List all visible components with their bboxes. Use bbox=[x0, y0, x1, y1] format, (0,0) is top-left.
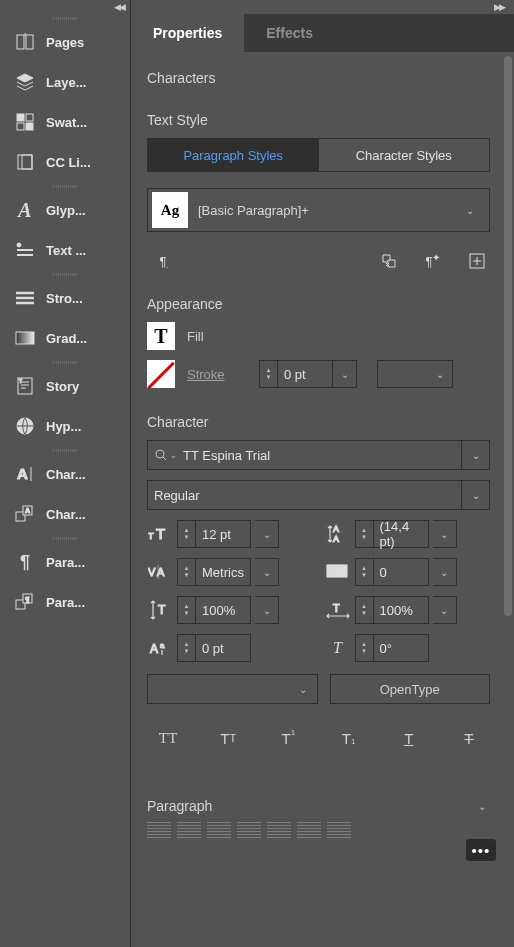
sidebar-item-hyperlinks[interactable]: Hyp... bbox=[0, 406, 130, 446]
leading-stepper[interactable]: ▲▼(14,4 pt) bbox=[355, 520, 429, 548]
leading-icon: AA bbox=[325, 524, 351, 544]
sidebar-item-story[interactable]: TStory bbox=[0, 366, 130, 406]
stroke-label[interactable]: Stroke bbox=[187, 367, 247, 382]
font-family-combo[interactable]: ⌄ TT Espina Trial ⌄ bbox=[147, 440, 490, 470]
sidebar-item-label: Stro... bbox=[46, 291, 83, 306]
font-size-stepper[interactable]: ▲▼12 pt bbox=[177, 520, 251, 548]
story-icon: T bbox=[14, 375, 36, 397]
char-icon: A bbox=[14, 463, 36, 485]
opentype-button[interactable]: OpenType bbox=[330, 674, 491, 704]
kerning-stepper[interactable]: ▲▼Metrics bbox=[177, 558, 251, 586]
sidebar-item-label: Story bbox=[46, 379, 79, 394]
sidebar-item-label: Glyp... bbox=[46, 203, 86, 218]
sidebar-item-pages[interactable]: Pages bbox=[0, 22, 130, 62]
style-dropdown-caret[interactable]: ⌄ bbox=[455, 205, 485, 216]
tab-properties[interactable]: Properties bbox=[131, 14, 244, 52]
clear-override-icon[interactable]: ¶✦ bbox=[422, 250, 444, 272]
sidebar-item-gradient[interactable]: Grad... bbox=[0, 318, 130, 358]
kerning-icon: VA bbox=[147, 562, 173, 582]
svg-text:VA: VA bbox=[329, 566, 342, 577]
svg-rect-2 bbox=[17, 114, 24, 121]
leading-dropdown[interactable]: ⌄ bbox=[433, 520, 457, 548]
superscript-button[interactable]: T1 bbox=[271, 726, 305, 750]
sidebar-item-label: Grad... bbox=[46, 331, 87, 346]
character-styles-tab[interactable]: Character Styles bbox=[319, 139, 490, 171]
svg-text:¶: ¶ bbox=[25, 595, 30, 604]
pilcrow-icon[interactable]: ¶. bbox=[153, 250, 175, 272]
gradient-icon bbox=[14, 327, 36, 349]
svg-text:T: T bbox=[156, 525, 165, 542]
language-combo[interactable]: ⌄ bbox=[147, 674, 318, 704]
appearance-heading: Appearance bbox=[147, 296, 490, 312]
baseline-shift-stepper[interactable]: ▲▼0 pt bbox=[177, 634, 251, 662]
sidebar-item-label: Hyp... bbox=[46, 419, 81, 434]
font-size-dropdown[interactable]: ⌄ bbox=[255, 520, 279, 548]
more-options-button[interactable]: ••• bbox=[466, 839, 496, 861]
font-style-dropdown[interactable]: ⌄ bbox=[461, 481, 489, 509]
scrollbar-thumb[interactable] bbox=[504, 56, 512, 616]
svg-rect-9 bbox=[16, 332, 34, 344]
swatches-icon bbox=[14, 111, 36, 133]
panel-tabs: Properties Effects bbox=[131, 14, 514, 52]
glyphs-icon: A bbox=[14, 199, 36, 221]
sidebar-item-char[interactable]: AChar... bbox=[0, 454, 130, 494]
fill-swatch[interactable]: T bbox=[147, 322, 175, 350]
stroke-weight-value[interactable]: 0 pt bbox=[278, 367, 332, 382]
tracking-dropdown[interactable]: ⌄ bbox=[433, 558, 457, 586]
new-style-icon[interactable] bbox=[466, 250, 488, 272]
hscale-icon: T bbox=[325, 600, 351, 620]
strikethrough-button[interactable]: T bbox=[452, 726, 486, 750]
sidebar-item-label: Para... bbox=[46, 595, 85, 610]
paragraph-styles-tab[interactable]: Paragraph Styles bbox=[148, 139, 319, 171]
panel-collapse-bar[interactable]: ▶▶ bbox=[131, 0, 514, 14]
stroke-color-well[interactable]: ⌄ bbox=[377, 360, 453, 388]
stroke-weight-stepper[interactable]: ▲▼ 0 pt bbox=[259, 360, 333, 388]
font-style-value: Regular bbox=[154, 488, 461, 503]
tracking-icon: VA bbox=[325, 562, 351, 582]
svg-text:T: T bbox=[333, 602, 340, 614]
sidebar-item-parastyles[interactable]: ¶Para... bbox=[0, 582, 130, 622]
stroke-weight-dropdown[interactable]: ⌄ bbox=[333, 360, 357, 388]
sidebar-item-charstyles[interactable]: AChar... bbox=[0, 494, 130, 534]
allcaps-button[interactable]: T T bbox=[151, 726, 185, 750]
subscript-button[interactable]: T1 bbox=[332, 726, 366, 750]
sidebar-item-label: Laye... bbox=[46, 75, 86, 90]
current-style-selector[interactable]: Ag [Basic Paragraph]+ ⌄ bbox=[147, 188, 490, 232]
svg-point-21 bbox=[156, 450, 164, 458]
kerning-dropdown[interactable]: ⌄ bbox=[255, 558, 279, 586]
svg-rect-5 bbox=[26, 123, 33, 130]
skew-stepper[interactable]: ▲▼0° bbox=[355, 634, 429, 662]
hyperlinks-icon bbox=[14, 415, 36, 437]
collapse-right-icon: ▶▶ bbox=[494, 2, 504, 12]
font-style-combo[interactable]: Regular ⌄ bbox=[147, 480, 490, 510]
stroke-swatch[interactable] bbox=[147, 360, 175, 388]
hscale-stepper[interactable]: ▲▼100% bbox=[355, 596, 429, 624]
hscale-dropdown[interactable]: ⌄ bbox=[433, 596, 457, 624]
smallcaps-button[interactable]: TT bbox=[211, 726, 245, 750]
paragraph-collapse-icon[interactable]: ⌄ bbox=[478, 801, 486, 812]
sidebar-item-para[interactable]: ¶Para... bbox=[0, 542, 130, 582]
sidebar-item-label: Pages bbox=[46, 35, 84, 50]
sidebar-item-swatches[interactable]: Swat... bbox=[0, 102, 130, 142]
tab-effects[interactable]: Effects bbox=[244, 14, 335, 52]
font-family-dropdown[interactable]: ⌄ bbox=[461, 441, 489, 469]
sidebar-item-text[interactable]: Text ... bbox=[0, 230, 130, 270]
sidebar-item-layers[interactable]: Laye... bbox=[0, 62, 130, 102]
underline-button[interactable]: T bbox=[392, 726, 426, 750]
vscale-icon: T bbox=[147, 600, 173, 620]
sidebar-item-cclib[interactable]: CC Li... bbox=[0, 142, 130, 182]
import-style-icon[interactable] bbox=[378, 250, 400, 272]
sidebar-item-glyphs[interactable]: AGlyp... bbox=[0, 190, 130, 230]
sidebar-collapse-bar[interactable]: ◀◀ bbox=[0, 0, 130, 14]
scrollbar[interactable] bbox=[504, 56, 512, 943]
vscale-dropdown[interactable]: ⌄ bbox=[255, 596, 279, 624]
stroke-icon bbox=[14, 287, 36, 309]
font-family-value: TT Espina Trial bbox=[183, 448, 461, 463]
sidebar-item-stroke[interactable]: Stro... bbox=[0, 278, 130, 318]
vscale-stepper[interactable]: ▲▼100% bbox=[177, 596, 251, 624]
svg-text:A: A bbox=[333, 534, 339, 544]
svg-rect-4 bbox=[17, 123, 24, 130]
paragraph-align-row bbox=[147, 822, 490, 838]
style-name-label: [Basic Paragraph]+ bbox=[198, 203, 445, 218]
tracking-stepper[interactable]: ▲▼0 bbox=[355, 558, 429, 586]
